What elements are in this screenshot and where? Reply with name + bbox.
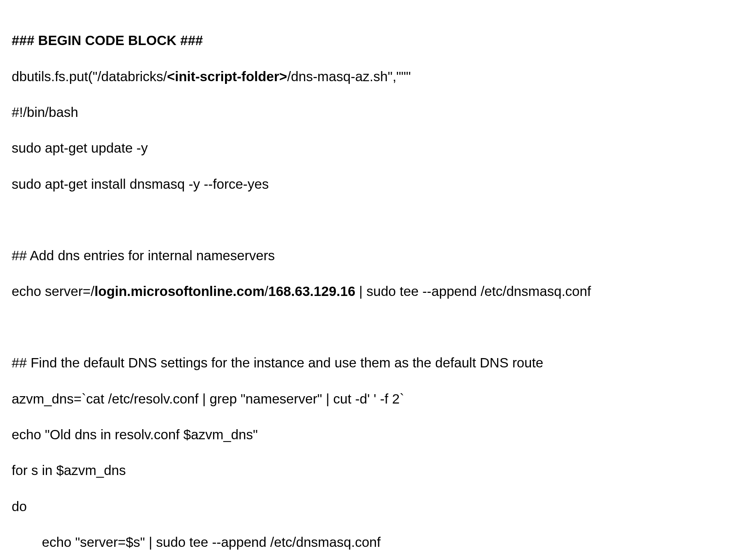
code-line-11: echo "Old dns in resolv.conf $azvm_dns" — [12, 426, 744, 444]
code-block: ### BEGIN CODE BLOCK ### dbutils.fs.put(… — [12, 14, 744, 555]
code-line-14: echo "server=$s" | sudo tee --append /et… — [12, 533, 744, 551]
code-line-7: echo server=/login.microsoftonline.com/1… — [12, 282, 744, 300]
blank-line — [12, 318, 744, 336]
code-line-2: #!/bin/bash — [12, 103, 744, 121]
code-line-6: ## Add dns entries for internal nameserv… — [12, 247, 744, 264]
ip-bold: 168.63.129.16 — [268, 284, 355, 299]
blank-line — [12, 211, 744, 229]
code-text: dbutils.fs.put("/databricks/ — [12, 69, 167, 84]
code-line-9: ## Find the default DNS settings for the… — [12, 354, 744, 372]
code-line-4: sudo apt-get install dnsmasq -y --force-… — [12, 175, 744, 193]
code-line-1: dbutils.fs.put("/databricks/<init-script… — [12, 68, 744, 85]
code-line-10: azvm_dns=`cat /etc/resolv.conf | grep "n… — [12, 390, 744, 408]
code-line-12: for s in $azvm_dns — [12, 461, 744, 479]
domain-bold: login.microsoftonline.com — [94, 284, 265, 299]
begin-marker: ### BEGIN CODE BLOCK ### — [12, 31, 744, 49]
placeholder-folder: <init-script-folder> — [167, 69, 287, 84]
code-text: /dns-masq-az.sh",""" — [287, 69, 411, 84]
code-text: echo server=/ — [12, 284, 94, 299]
code-line-13: do — [12, 498, 744, 515]
code-text: | sudo tee --append /etc/dnsmasq.conf — [355, 284, 591, 299]
code-line-3: sudo apt-get update -y — [12, 139, 744, 157]
code-text: / — [265, 284, 269, 299]
